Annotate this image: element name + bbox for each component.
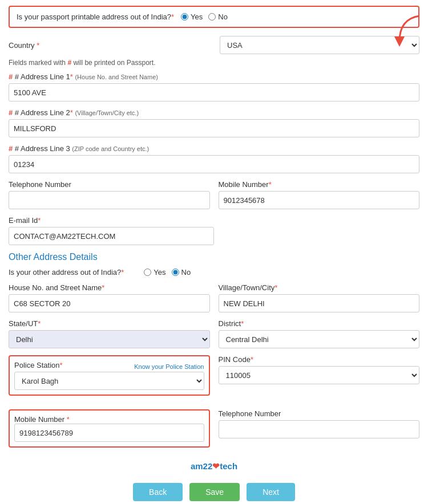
email-row: E-mail Id*	[9, 216, 419, 245]
district-label: District*	[219, 319, 420, 328]
police-station-header: Police Station* Know your Police Station	[14, 361, 204, 372]
passport-no-radio[interactable]	[208, 13, 216, 21]
house-street-group: House No. and Street Name*	[9, 283, 210, 312]
other-address-radio-group: Yes No	[144, 268, 191, 277]
telephone-other-input[interactable]	[219, 420, 420, 438]
house-street-label: House No. and Street Name*	[9, 283, 210, 292]
pin-code-select[interactable]: 110005 110001 110002	[219, 366, 420, 384]
fields-note: Fields marked with # will be printed on …	[9, 59, 419, 67]
other-address-question-row: Is your other address out of India?* Yes…	[9, 268, 419, 277]
address-line2-group: # # Address Line 2* (Village/Town/City e…	[9, 108, 419, 137]
address-line2-row: # # Address Line 2* (Village/Town/City e…	[9, 108, 419, 137]
telephone-label: Telephone Number	[9, 180, 210, 189]
mobile-other-group: Mobile Number *	[9, 409, 210, 454]
other-address-question-label: Is your other address out of India?*	[9, 268, 124, 277]
district-group: District* Central Delhi East Delhi West …	[219, 319, 420, 348]
police-pin-row: Police Station* Know your Police Station…	[9, 355, 419, 403]
state-select[interactable]: Delhi Maharashtra Karnataka Tamil Nadu	[9, 330, 210, 348]
district-select[interactable]: Central Delhi East Delhi West Delhi Sout…	[219, 330, 420, 348]
village-town-label: Village/Town/City*	[219, 283, 420, 292]
address-line2-label: # # Address Line 2* (Village/Town/City e…	[9, 108, 419, 117]
address-line1-row: # # Address Line 1* (House No. and Stree…	[9, 72, 419, 101]
passport-question-box: Is your passport printable address out o…	[9, 6, 419, 28]
mobile-other-input[interactable]	[14, 424, 204, 442]
country-label: Country *	[9, 41, 54, 50]
save-button[interactable]: Save	[189, 483, 240, 501]
passport-question-label: Is your passport printable address out o…	[17, 13, 174, 21]
police-station-label: Police Station*	[14, 361, 63, 369]
house-village-row: House No. and Street Name* Village/Town/…	[9, 283, 419, 312]
address-line3-input[interactable]	[9, 155, 419, 173]
police-station-select[interactable]: Karol Bagh Connaught Place Sadar Bazar	[14, 372, 204, 390]
police-station-highlight-box: Police Station* Know your Police Station…	[9, 355, 210, 396]
address-line1-group: # # Address Line 1* (House No. and Stree…	[9, 72, 419, 101]
telephone-input[interactable]	[9, 191, 210, 209]
other-address-no-label[interactable]: No	[172, 268, 191, 277]
village-town-input[interactable]	[219, 294, 420, 312]
country-select-wrap: USA India UK Canada Australia	[220, 36, 419, 54]
passport-yes-label[interactable]: Yes	[181, 13, 203, 21]
address-line1-label: # # Address Line 1* (House No. and Stree…	[9, 72, 419, 81]
back-button[interactable]: Back	[133, 483, 183, 501]
other-address-yes-radio[interactable]	[144, 269, 151, 276]
button-row: Back Save Next	[9, 483, 419, 501]
mobile-other-label: Mobile Number *	[14, 415, 70, 424]
next-button[interactable]: Next	[247, 483, 295, 501]
email-label: E-mail Id*	[9, 216, 214, 225]
address-line3-label: # # Address Line 3 (ZIP code and Country…	[9, 144, 419, 153]
state-group: State/UT* Delhi Maharashtra Karnataka Ta…	[9, 319, 210, 348]
house-street-input[interactable]	[9, 294, 210, 312]
red-arrow-icon	[388, 13, 428, 47]
country-row: Country * USA India UK Canada Australia	[9, 36, 419, 54]
mobile-main-label: Mobile Number*	[219, 180, 420, 189]
mobile-tel-other-row: Mobile Number * Telephone Number	[9, 409, 419, 454]
passport-no-label[interactable]: No	[208, 13, 228, 21]
pin-code-group: PIN Code* 110005 110001 110002	[219, 355, 420, 384]
telephone-group: Telephone Number	[9, 180, 210, 209]
address-line3-row: # # Address Line 3 (ZIP code and Country…	[9, 144, 419, 173]
state-district-row: State/UT* Delhi Maharashtra Karnataka Ta…	[9, 319, 419, 348]
am22tech-footer: am22❤tech	[9, 461, 419, 472]
other-address-yes-label[interactable]: Yes	[144, 268, 165, 277]
police-station-group: Police Station* Know your Police Station…	[9, 355, 210, 403]
pin-code-label: PIN Code*	[219, 355, 420, 364]
mobile-main-input[interactable]	[219, 191, 420, 209]
address-line3-group: # # Address Line 3 (ZIP code and Country…	[9, 144, 419, 173]
telephone-other-label: Telephone Number	[219, 409, 420, 418]
tel-mobile-row: Telephone Number Mobile Number*	[9, 180, 419, 209]
passport-radio-group: Yes No	[181, 13, 228, 21]
email-group: E-mail Id*	[9, 216, 214, 245]
know-police-link[interactable]: Know your Police Station	[134, 363, 204, 370]
village-town-group: Village/Town/City*	[219, 283, 420, 312]
address-line1-input[interactable]	[9, 83, 419, 101]
state-label: State/UT*	[9, 319, 210, 328]
telephone-other-group: Telephone Number	[219, 409, 420, 438]
mobile-other-highlight-box: Mobile Number *	[9, 409, 210, 448]
other-address-no-radio[interactable]	[172, 269, 179, 276]
email-input[interactable]	[9, 227, 214, 245]
address-line2-input[interactable]	[9, 119, 419, 137]
mobile-main-group: Mobile Number*	[219, 180, 420, 209]
passport-yes-radio[interactable]	[181, 13, 188, 21]
other-address-title: Other Address Details	[9, 252, 419, 262]
